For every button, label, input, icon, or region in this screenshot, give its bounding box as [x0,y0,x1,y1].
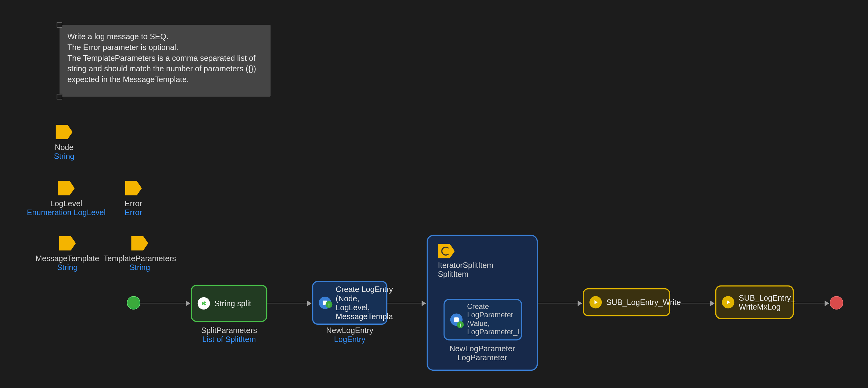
activity-output: NewLogEntry LogEntry [312,326,388,344]
flow-arrow[interactable] [141,303,190,303]
output-type: List of SplitItem [191,335,268,344]
param-loglevel[interactable]: LogLevel Enumeration LogLevel [27,181,105,217]
parameter-icon [56,125,73,139]
iterator-name: IteratorSplitItem [438,261,494,269]
param-node[interactable]: Node String [54,125,75,160]
activity-create-logparameter[interactable]: + Create LogParameter (Value, LogParamet… [443,299,522,340]
annotation-line: Write a log message to SEQ. [67,31,262,42]
javaaction-icon [198,297,210,309]
parameter-icon [131,236,148,250]
microflow-call-icon [722,296,735,308]
flow-arrow[interactable] [794,303,829,303]
activity-output: NewLogParameter LogParameter [428,344,537,362]
param-name: LogLevel [27,199,105,208]
param-type: String [34,263,101,272]
param-type: String [54,152,75,160]
svg-marker-2 [594,300,597,304]
activity-sub-logentry-writemxlog[interactable]: SUB_LogEntry_ WriteMxLog [715,286,794,319]
flow-arrow[interactable] [267,303,311,303]
annotation-line: The TemplateParameters is a comma separa… [67,53,262,85]
param-name: TemplateParameters [103,254,177,263]
resize-handle-top-left[interactable] [57,22,62,27]
end-event[interactable] [830,296,843,309]
svg-marker-3 [727,300,730,304]
activity-loop[interactable]: IteratorSplitItem SplitItem + Create Log… [427,235,538,371]
annotation-comment[interactable]: Write a log message to SEQ. The Error pa… [60,25,271,97]
activity-string-split[interactable]: String split [191,285,268,322]
param-name: Node [54,143,75,152]
flow-arrow[interactable] [538,303,582,303]
output-name: NewLogEntry [312,326,388,335]
iterator-icon [438,244,455,258]
param-type: String [103,263,177,272]
activity-sub-logentry-write[interactable]: SUB_LogEntry_Write [583,288,670,317]
output-name: SplitParameters [191,326,268,335]
param-error[interactable]: Error Error [125,181,142,217]
plus-badge-icon: + [457,321,464,328]
activity-output: SplitParameters List of SplitItem [191,326,268,344]
output-name: NewLogParameter [428,344,537,353]
activity-create-logentry[interactable]: + Create LogEntry (Node, LogLevel, Messa… [312,281,388,325]
parameter-icon [59,236,76,250]
microflow-canvas[interactable]: Write a log message to SEQ. The Error pa… [0,0,868,388]
activity-label: SUB_LogEntry_Write [607,298,681,307]
start-event[interactable] [127,296,141,309]
param-type: Enumeration LogLevel [27,208,105,217]
output-type: LogEntry [312,335,388,344]
loop-iterator: IteratorSplitItem SplitItem [438,244,494,279]
activity-label: Create LogEntry (Node, LogLevel, Message… [336,285,393,321]
param-messagetemplate[interactable]: MessageTemplate String [34,236,101,272]
parameter-icon [58,181,75,196]
plus-badge-icon: + [326,301,333,308]
param-name: Error [125,199,142,208]
parameter-icon [125,181,142,196]
iterator-type: SplitItem [438,270,494,279]
resize-handle-bottom-left[interactable] [57,94,62,99]
annotation-line: The Error parameter is optional. [67,42,262,53]
svg-rect-1 [454,317,459,322]
param-templateparameters[interactable]: TemplateParameters String [103,236,177,272]
activity-label: Create LogParameter (Value, LogParameter… [467,303,521,336]
activity-label: SUB_LogEntry_ WriteMxLog [739,293,795,311]
param-type: Error [125,208,142,217]
flow-arrow[interactable] [388,303,426,303]
microflow-call-icon [589,296,602,308]
activity-label: String split [214,299,251,308]
param-name: MessageTemplate [34,254,101,263]
output-type: LogParameter [428,353,537,362]
